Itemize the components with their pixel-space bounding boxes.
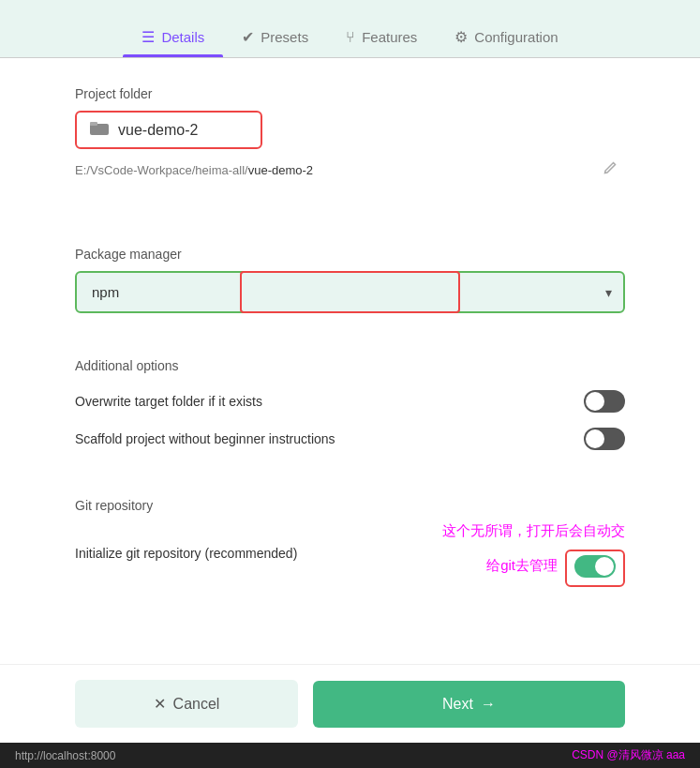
git-repository-label: Git repository: [75, 498, 625, 513]
additional-options-label: Additional options: [75, 358, 625, 373]
cancel-button[interactable]: ✕ Cancel: [75, 680, 298, 728]
main-content: Project folder vue-demo-2 E:/VsCode-Work…: [0, 58, 700, 664]
tab-details-label: Details: [161, 29, 204, 45]
annotation-line2: 给git去管理: [486, 555, 558, 577]
status-brand: CSDN @清风微凉 aaa: [572, 747, 685, 763]
status-url: http://localhost:8000: [15, 749, 115, 762]
tab-presets[interactable]: ✔ Presets: [223, 17, 327, 57]
status-bar: http://localhost:8000 CSDN @清风微凉 aaa: [0, 743, 700, 768]
tab-configuration[interactable]: ⚙ Configuration: [436, 17, 576, 57]
features-icon: ⑂: [346, 29, 355, 46]
overwrite-option-label: Overwrite target folder if it exists: [75, 394, 262, 409]
git-toggle-boxed: [565, 550, 625, 587]
next-arrow-icon: →: [481, 696, 496, 713]
tab-details[interactable]: ☰ Details: [123, 17, 223, 57]
details-icon: ☰: [141, 28, 155, 46]
next-label: Next: [442, 696, 473, 713]
git-repository-section: Git repository Initialize git repository…: [75, 498, 625, 587]
tabs-bar: ☰ Details ✔ Presets ⑂ Features ⚙ Configu…: [0, 9, 700, 57]
project-folder-label: Project folder: [75, 86, 625, 101]
git-toggle[interactable]: [574, 555, 616, 578]
git-init-label: Initialize git repository (recommended): [75, 546, 297, 561]
package-manager-select-wrapper: npm yarn pnpm ▾: [75, 271, 625, 313]
scaffold-option-label: Scaffold project without beginner instru…: [75, 431, 335, 446]
full-path-prefix: E:/VsCode-Workpace/heima-all/: [75, 163, 248, 177]
folder-icon: [90, 120, 109, 140]
config-icon: ⚙: [454, 28, 468, 46]
project-folder-input-box[interactable]: vue-demo-2: [75, 111, 262, 149]
annotation-line1: 这个无所谓，打开后会自动交: [442, 520, 625, 542]
presets-icon: ✔: [242, 28, 254, 46]
overwrite-toggle[interactable]: [584, 390, 625, 413]
full-path-row: E:/VsCode-Workpace/heima-all/vue-demo-2: [75, 157, 625, 183]
additional-options-section: Additional options Overwrite target fold…: [75, 358, 625, 458]
tab-features-label: Features: [362, 29, 417, 45]
project-folder-section: Project folder vue-demo-2 E:/VsCode-Work…: [75, 86, 625, 183]
tab-presets-label: Presets: [261, 29, 308, 45]
tab-configuration-label: Configuration: [474, 29, 558, 45]
edit-path-button[interactable]: [595, 157, 625, 183]
package-manager-section: Package manager npm yarn pnpm ▾: [75, 247, 625, 313]
cancel-label: Cancel: [173, 696, 220, 713]
project-folder-name: vue-demo-2: [118, 122, 198, 139]
next-button[interactable]: Next →: [313, 681, 625, 728]
package-manager-select[interactable]: npm yarn pnpm: [75, 271, 625, 313]
tab-features[interactable]: ⑂ Features: [327, 18, 436, 57]
git-row: Initialize git repository (recommended) …: [75, 520, 625, 587]
option-row-overwrite: Overwrite target folder if it exists: [75, 383, 625, 420]
cancel-icon: ✕: [154, 695, 166, 713]
full-path-text: E:/VsCode-Workpace/heima-all/vue-demo-2: [75, 163, 313, 177]
scaffold-toggle[interactable]: [584, 428, 625, 450]
svg-rect-1: [90, 122, 97, 126]
full-path-highlight: vue-demo-2: [248, 163, 313, 177]
package-manager-label: Package manager: [75, 247, 625, 262]
bottom-bar: ✕ Cancel Next →: [0, 664, 700, 743]
option-row-scaffold: Scaffold project without beginner instru…: [75, 420, 625, 458]
